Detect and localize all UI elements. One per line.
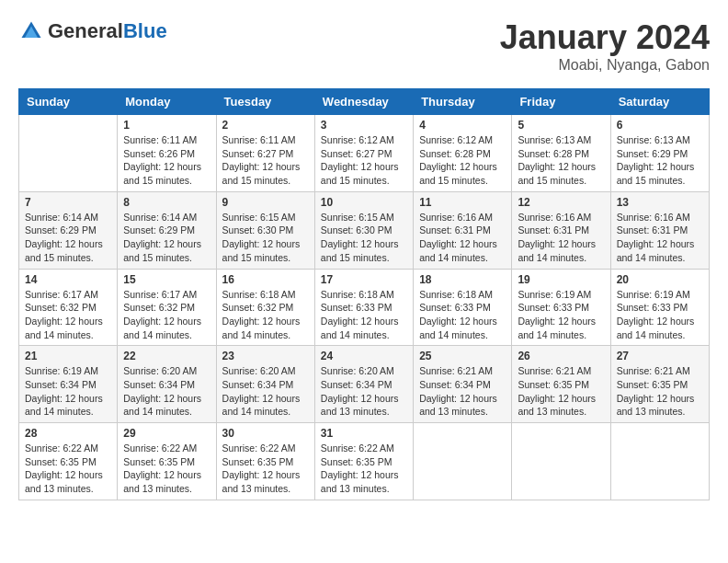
calendar-day-cell	[512, 423, 610, 500]
calendar-day-cell: 1Sunrise: 6:11 AMSunset: 6:26 PMDaylight…	[118, 115, 216, 192]
calendar-week-row: 1Sunrise: 6:11 AMSunset: 6:26 PMDaylight…	[19, 115, 710, 192]
calendar-day-cell: 8Sunrise: 6:14 AMSunset: 6:29 PMDaylight…	[118, 191, 216, 269]
calendar-day-cell: 12Sunrise: 6:16 AMSunset: 6:31 PMDayligh…	[512, 191, 610, 269]
day-info: Sunrise: 6:13 AMSunset: 6:28 PMDaylight:…	[518, 133, 604, 188]
calendar-day-cell: 13Sunrise: 6:16 AMSunset: 6:31 PMDayligh…	[610, 191, 709, 269]
calendar-table: SundayMondayTuesdayWednesdayThursdayFrid…	[18, 88, 710, 500]
day-number: 8	[123, 196, 210, 209]
calendar-day-cell: 15Sunrise: 6:17 AMSunset: 6:32 PMDayligh…	[118, 269, 216, 346]
calendar-day-cell: 23Sunrise: 6:20 AMSunset: 6:34 PMDayligh…	[216, 346, 314, 423]
day-number: 3	[321, 119, 407, 132]
day-number: 14	[25, 273, 111, 286]
day-info: Sunrise: 6:15 AMSunset: 6:30 PMDaylight:…	[321, 211, 407, 265]
day-number: 11	[419, 196, 506, 209]
day-of-week-header: Wednesday	[314, 89, 413, 115]
calendar-week-row: 21Sunrise: 6:19 AMSunset: 6:34 PMDayligh…	[19, 346, 710, 423]
day-number: 10	[321, 196, 407, 209]
calendar-day-cell: 31Sunrise: 6:22 AMSunset: 6:35 PMDayligh…	[314, 423, 413, 500]
day-info: Sunrise: 6:21 AMSunset: 6:35 PMDaylight:…	[617, 364, 703, 419]
day-info: Sunrise: 6:19 AMSunset: 6:33 PMDaylight:…	[617, 288, 703, 342]
calendar-day-cell: 17Sunrise: 6:18 AMSunset: 6:33 PMDayligh…	[314, 269, 413, 346]
logo-general-text: General	[48, 19, 123, 42]
day-info: Sunrise: 6:11 AMSunset: 6:26 PMDaylight:…	[123, 133, 210, 188]
calendar-day-cell: 20Sunrise: 6:19 AMSunset: 6:33 PMDayligh…	[610, 269, 709, 346]
day-info: Sunrise: 6:20 AMSunset: 6:34 PMDaylight:…	[321, 364, 407, 419]
calendar-day-cell: 3Sunrise: 6:12 AMSunset: 6:27 PMDaylight…	[314, 115, 413, 192]
day-number: 23	[222, 350, 309, 362]
day-number: 5	[518, 119, 604, 132]
day-info: Sunrise: 6:17 AMSunset: 6:32 PMDaylight:…	[25, 288, 111, 342]
page-header: GeneralBlue January 2024 Moabi, Nyanga, …	[18, 18, 710, 74]
day-info: Sunrise: 6:12 AMSunset: 6:27 PMDaylight:…	[321, 133, 407, 188]
day-number: 28	[25, 427, 111, 440]
calendar-day-cell: 29Sunrise: 6:22 AMSunset: 6:35 PMDayligh…	[118, 423, 216, 500]
calendar-day-cell	[414, 423, 512, 500]
day-info: Sunrise: 6:19 AMSunset: 6:34 PMDaylight:…	[25, 364, 111, 419]
day-of-week-header: Thursday	[414, 89, 512, 115]
day-info: Sunrise: 6:22 AMSunset: 6:35 PMDaylight:…	[25, 442, 111, 496]
day-number: 2	[222, 119, 309, 132]
day-info: Sunrise: 6:16 AMSunset: 6:31 PMDaylight:…	[419, 211, 506, 265]
day-info: Sunrise: 6:12 AMSunset: 6:28 PMDaylight:…	[419, 133, 506, 188]
calendar-day-cell: 22Sunrise: 6:20 AMSunset: 6:34 PMDayligh…	[118, 346, 216, 423]
day-info: Sunrise: 6:21 AMSunset: 6:35 PMDaylight:…	[518, 364, 604, 419]
calendar-week-row: 28Sunrise: 6:22 AMSunset: 6:35 PMDayligh…	[19, 423, 710, 500]
day-info: Sunrise: 6:15 AMSunset: 6:30 PMDaylight:…	[222, 211, 309, 265]
day-info: Sunrise: 6:16 AMSunset: 6:31 PMDaylight:…	[518, 211, 604, 265]
day-number: 30	[222, 427, 309, 440]
day-number: 27	[617, 350, 703, 362]
title-block: January 2024 Moabi, Nyanga, Gabon	[500, 18, 710, 74]
day-number: 25	[419, 350, 506, 362]
calendar-day-cell: 9Sunrise: 6:15 AMSunset: 6:30 PMDaylight…	[216, 191, 314, 269]
calendar-day-cell: 26Sunrise: 6:21 AMSunset: 6:35 PMDayligh…	[512, 346, 610, 423]
day-number: 6	[617, 119, 703, 132]
day-number: 15	[123, 273, 210, 286]
day-info: Sunrise: 6:20 AMSunset: 6:34 PMDaylight:…	[222, 364, 309, 419]
calendar-day-cell: 18Sunrise: 6:18 AMSunset: 6:33 PMDayligh…	[414, 269, 512, 346]
calendar-day-cell: 21Sunrise: 6:19 AMSunset: 6:34 PMDayligh…	[19, 346, 118, 423]
calendar-day-cell: 11Sunrise: 6:16 AMSunset: 6:31 PMDayligh…	[414, 191, 512, 269]
day-number: 12	[518, 196, 604, 209]
day-number: 26	[518, 350, 604, 362]
calendar-day-cell: 4Sunrise: 6:12 AMSunset: 6:28 PMDaylight…	[414, 115, 512, 192]
day-info: Sunrise: 6:16 AMSunset: 6:31 PMDaylight:…	[617, 211, 703, 265]
day-info: Sunrise: 6:18 AMSunset: 6:32 PMDaylight:…	[222, 288, 309, 342]
calendar-day-cell	[610, 423, 709, 500]
day-number: 13	[617, 196, 703, 209]
day-info: Sunrise: 6:14 AMSunset: 6:29 PMDaylight:…	[25, 211, 111, 265]
calendar-title: January 2024	[500, 18, 710, 57]
day-of-week-header: Tuesday	[216, 89, 314, 115]
day-of-week-header: Sunday	[19, 89, 118, 115]
calendar-day-cell: 16Sunrise: 6:18 AMSunset: 6:32 PMDayligh…	[216, 269, 314, 346]
day-number: 20	[617, 273, 703, 286]
day-number: 22	[123, 350, 210, 362]
day-of-week-header: Saturday	[610, 89, 709, 115]
day-of-week-header: Monday	[118, 89, 216, 115]
calendar-day-cell: 2Sunrise: 6:11 AMSunset: 6:27 PMDaylight…	[216, 115, 314, 192]
day-number: 7	[25, 196, 111, 209]
calendar-week-row: 14Sunrise: 6:17 AMSunset: 6:32 PMDayligh…	[19, 269, 710, 346]
logo-icon	[18, 18, 44, 44]
day-number: 21	[25, 350, 111, 362]
calendar-day-cell: 10Sunrise: 6:15 AMSunset: 6:30 PMDayligh…	[314, 191, 413, 269]
calendar-day-cell: 28Sunrise: 6:22 AMSunset: 6:35 PMDayligh…	[19, 423, 118, 500]
calendar-day-cell: 19Sunrise: 6:19 AMSunset: 6:33 PMDayligh…	[512, 269, 610, 346]
day-info: Sunrise: 6:13 AMSunset: 6:29 PMDaylight:…	[617, 133, 703, 188]
calendar-day-cell: 25Sunrise: 6:21 AMSunset: 6:34 PMDayligh…	[414, 346, 512, 423]
day-number: 19	[518, 273, 604, 286]
day-number: 29	[123, 427, 210, 440]
calendar-day-cell: 6Sunrise: 6:13 AMSunset: 6:29 PMDaylight…	[610, 115, 709, 192]
day-info: Sunrise: 6:11 AMSunset: 6:27 PMDaylight:…	[222, 133, 309, 188]
day-of-week-header: Friday	[512, 89, 610, 115]
calendar-day-cell: 27Sunrise: 6:21 AMSunset: 6:35 PMDayligh…	[610, 346, 709, 423]
day-number: 1	[123, 119, 210, 132]
day-number: 24	[321, 350, 407, 362]
calendar-day-cell: 30Sunrise: 6:22 AMSunset: 6:35 PMDayligh…	[216, 423, 314, 500]
day-number: 18	[419, 273, 506, 286]
day-info: Sunrise: 6:22 AMSunset: 6:35 PMDaylight:…	[321, 442, 407, 496]
calendar-header-row: SundayMondayTuesdayWednesdayThursdayFrid…	[19, 89, 710, 115]
calendar-day-cell	[19, 115, 118, 192]
calendar-subtitle: Moabi, Nyanga, Gabon	[500, 57, 710, 74]
logo: GeneralBlue	[18, 18, 167, 44]
day-info: Sunrise: 6:22 AMSunset: 6:35 PMDaylight:…	[222, 442, 309, 496]
